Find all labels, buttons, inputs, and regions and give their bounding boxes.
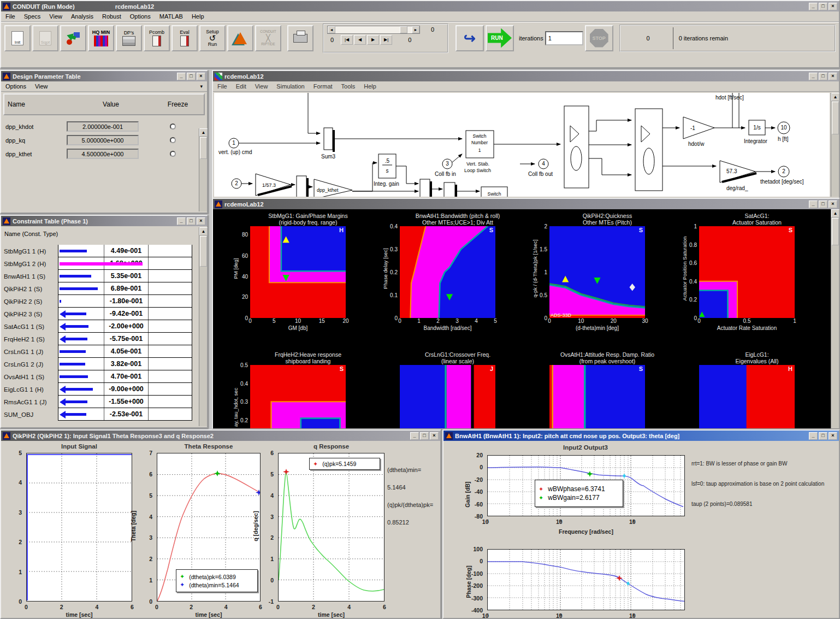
titlebar-constraint-table[interactable]: Constraint Table (Phase 1) _ □ ×: [1, 216, 207, 226]
titlebar-simulink[interactable]: rcdemoLab12 _ □ ×: [213, 71, 839, 81]
plot-eiglcg1[interactable]: EigLcG1:Eigenvalues (All) H: [677, 351, 820, 428]
menu-item[interactable]: Options: [5, 83, 26, 90]
scroll-up-icon[interactable]: ▲: [831, 93, 839, 101]
minimize-button[interactable]: _: [809, 432, 818, 440]
maximize-button[interactable]: □: [819, 73, 827, 80]
menu-item[interactable]: Help: [192, 13, 204, 20]
constraint-row[interactable]: QikPiH2 1 (S) 6.89e-001: [1, 282, 207, 295]
titlebar-bnwath1[interactable]: BnwAtH1 (BnwAtH1 1): Input2: pitch att c…: [443, 431, 839, 441]
plots-scrollbar[interactable]: ▲: [831, 209, 839, 428]
maximize-button[interactable]: □: [187, 73, 196, 80]
menu-item[interactable]: Options: [130, 13, 151, 20]
conduit-riptide-button[interactable]: CONDUIT╳RIPTIDE: [255, 25, 281, 51]
menu-item[interactable]: Simulation: [276, 83, 304, 90]
menu-item[interactable]: File: [217, 83, 227, 90]
parameter-value-field[interactable]: 5.000000e+000: [67, 135, 139, 145]
parameter-value-field[interactable]: 4.500000e+000: [67, 149, 139, 159]
freeze-radio[interactable]: [170, 137, 176, 143]
init-button[interactable]: Init: [4, 25, 31, 51]
iteration-slider[interactable]: ◄ ►: [327, 26, 420, 34]
menu-item[interactable]: MATLAB: [159, 13, 183, 20]
close-button[interactable]: ×: [197, 73, 205, 80]
menu-item[interactable]: Specs: [24, 13, 41, 20]
constraint-row[interactable]: FrqHeH2 1 (S) -5.75e-001: [1, 333, 207, 345]
constraint-row[interactable]: StbMgG1 1 (H) 4.49e-001: [1, 245, 207, 257]
close-button[interactable]: ×: [829, 201, 837, 208]
titlebar-conduit[interactable]: CONDUIT (Run Mode) rcdemoLab12 _ □ ×: [1, 1, 839, 11]
menu-item[interactable]: View: [49, 13, 62, 20]
undo-button[interactable]: ↩: [456, 25, 484, 51]
vcr-button[interactable]: |◀: [341, 35, 353, 45]
menu-item[interactable]: Analysis: [71, 13, 93, 20]
menu-item[interactable]: Robust: [102, 13, 121, 20]
constraint-row[interactable]: CrsLnG1 2 (J) 3.82e-001: [1, 358, 207, 370]
menu-overflow-icon[interactable]: ▾: [200, 84, 203, 89]
maximize-button[interactable]: □: [819, 432, 827, 440]
menu-item[interactable]: File: [5, 13, 15, 20]
menu-item[interactable]: Tools: [341, 83, 356, 90]
plot-satacg1[interactable]: SatAcG1:Actuator Saturation Actuator Pos…: [677, 213, 820, 332]
titlebar-qikpih2[interactable]: QikPiH2 (QikPiH2 1): Input Signal1 Theta…: [1, 431, 440, 441]
minimize-button[interactable]: _: [809, 3, 818, 10]
dps-button[interactable]: DP's: [116, 25, 142, 51]
run-button[interactable]: RUN: [486, 25, 514, 51]
constraint-row[interactable]: BnwAtH1 1 (S) 5.35e-001: [1, 270, 207, 282]
scroll-up-icon[interactable]: ▲: [199, 227, 208, 235]
constraint-row[interactable]: OvsAtH1 1 (S) 4.70e-001: [1, 370, 207, 383]
plot-bnwath1[interactable]: BnwAtH1:Bandwidth (pitch & roll)Other MT…: [378, 213, 521, 332]
constraint-row[interactable]: EigLcG1 1 (H) -9.00e+000: [1, 383, 207, 396]
slider-left-arrow[interactable]: ◄: [328, 26, 335, 33]
constraint-row[interactable]: StbMgG1 2 (H) 1.68e+000: [1, 257, 207, 270]
slider-thumb[interactable]: [400, 26, 407, 33]
plot-frqheh2[interactable]: FrqHeH2:Heave responseshipboard landing …: [228, 351, 371, 428]
parameter-value-field[interactable]: 2.000000e-001: [67, 121, 139, 132]
simulink-canvas[interactable]: 1 vert. (up) cmd Sum3 Switch Number 1 Ve…: [214, 93, 830, 197]
hqmin-button[interactable]: HQ MIN: [88, 25, 114, 51]
menu-item[interactable]: Edit: [236, 83, 246, 90]
plot-ovsath1[interactable]: OvsAtH1:Attitude Resp. Damp. Ratio(from …: [528, 351, 671, 428]
close-button[interactable]: ×: [197, 217, 205, 225]
maximize-button[interactable]: □: [819, 201, 827, 208]
freeze-radio[interactable]: [170, 151, 176, 157]
stop-button[interactable]: STOP: [585, 25, 613, 51]
plot-tool-button[interactable]: [60, 25, 86, 51]
minimize-button[interactable]: _: [177, 73, 186, 80]
maximize-button[interactable]: □: [420, 432, 429, 440]
plot-stbmgg1[interactable]: StbMgG1: Gain/Phase Margins(rigid-body f…: [228, 213, 371, 332]
minimize-button[interactable]: _: [410, 432, 419, 440]
dpt-scrollbar[interactable]: ▲: [199, 128, 207, 211]
matlab-button[interactable]: [227, 25, 253, 51]
menu-item[interactable]: Help: [364, 83, 376, 90]
titlebar-dpt[interactable]: Design Parameter Table _ □ ×: [1, 71, 207, 81]
close-button[interactable]: ×: [430, 432, 439, 440]
pcomb-button[interactable]: Pcomb: [144, 25, 170, 51]
minimize-button[interactable]: _: [809, 73, 818, 80]
maximize-button[interactable]: □: [187, 217, 196, 225]
slider-right-arrow[interactable]: ►: [412, 26, 419, 33]
menu-item[interactable]: View: [35, 83, 48, 90]
menu-item[interactable]: Format: [313, 83, 333, 90]
ct-scrollbar[interactable]: ▲: [199, 227, 207, 426]
vcr-button[interactable]: ▶: [367, 35, 379, 45]
vcr-button[interactable]: ◀: [354, 35, 366, 45]
close-button[interactable]: ×: [829, 73, 837, 80]
scroll-up-icon[interactable]: ▲: [831, 209, 839, 217]
simulink-scrollbar[interactable]: ▲: [831, 93, 839, 197]
freeze-radio[interactable]: [170, 123, 176, 129]
plot-qikpih2[interactable]: QikPiH2:QuicknessOther MTEs (Pitch) q-pk…: [528, 213, 671, 332]
close-button[interactable]: ×: [829, 3, 837, 10]
print-button[interactable]: [287, 25, 313, 51]
plot-crslng1[interactable]: CrsLnG1:Crossover Freq.(linear scale) J: [378, 351, 521, 428]
constraint-row[interactable]: RmsAcG1 1 (J) -1.55e+000: [1, 396, 207, 408]
iterations-input[interactable]: 1: [545, 31, 583, 45]
constraint-row[interactable]: SUM_OBJ -2.53e-001: [1, 408, 207, 421]
constraint-row[interactable]: CrsLnG1 1 (J) 4.05e-001: [1, 345, 207, 358]
close-button[interactable]: ×: [829, 432, 837, 440]
minimize-button[interactable]: _: [809, 201, 818, 208]
constraint-row[interactable]: QikPiH2 3 (S) -9.42e-001: [1, 308, 207, 320]
constraint-row[interactable]: SatAcG1 1 (S) -2.00e+000: [1, 320, 207, 333]
minimize-button[interactable]: _: [177, 217, 186, 225]
constraint-row[interactable]: QikPiH2 2 (S) -1.80e-001: [1, 295, 207, 308]
setup-run-button[interactable]: Setup↺Run: [199, 25, 226, 51]
eval-button[interactable]: Eval: [171, 25, 198, 51]
